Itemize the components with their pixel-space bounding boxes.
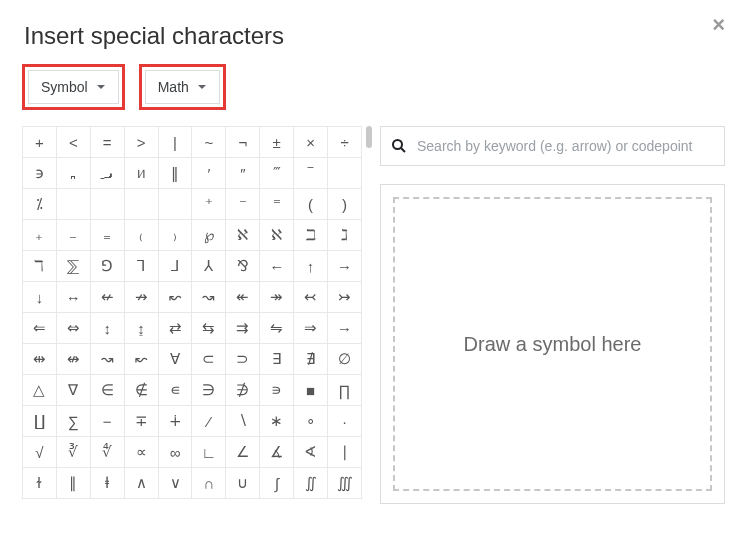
char-cell[interactable]: ∠ [226, 437, 260, 468]
char-cell[interactable]: ⱡ [90, 468, 124, 499]
char-cell[interactable]: ₎ [158, 220, 192, 251]
char-cell[interactable]: − [90, 406, 124, 437]
char-cell[interactable]: ∥ [56, 468, 90, 499]
char-cell[interactable]: ∬ [294, 468, 328, 499]
char-cell[interactable]: ℘ [192, 220, 226, 251]
char-cell[interactable]: ∪ [226, 468, 260, 499]
char-cell[interactable]: ∛ [56, 437, 90, 468]
char-cell[interactable]: ∊ [158, 375, 192, 406]
char-cell[interactable]: × [294, 127, 328, 158]
char-cell[interactable]: ℷ [328, 220, 362, 251]
char-cell[interactable]: ⁻ [226, 189, 260, 220]
char-cell[interactable]: ∣ [328, 437, 362, 468]
char-cell[interactable]: ⇹ [23, 344, 57, 375]
char-cell[interactable]: ∓ [124, 406, 158, 437]
char-cell[interactable]: ⅁ [90, 251, 124, 282]
char-cell[interactable]: ∏ [328, 375, 362, 406]
char-cell[interactable]: → [328, 313, 362, 344]
char-cell[interactable]: ↠ [260, 282, 294, 313]
char-cell[interactable]: ↑ [294, 251, 328, 282]
close-icon[interactable]: × [712, 12, 725, 38]
char-cell[interactable]: ‾ [294, 158, 328, 189]
char-cell[interactable]: ∌ [226, 375, 260, 406]
char-cell[interactable]: ∡ [260, 437, 294, 468]
char-cell[interactable] [124, 189, 158, 220]
char-cell[interactable]: ⇉ [226, 313, 260, 344]
char-cell[interactable]: ℸ [23, 251, 57, 282]
char-cell[interactable]: ↜ [158, 282, 192, 313]
char-cell[interactable]: ⇐ [23, 313, 57, 344]
char-cell[interactable]: ∕ [192, 406, 226, 437]
char-cell[interactable]: √ [23, 437, 57, 468]
char-cell[interactable]: ⅄ [192, 251, 226, 282]
char-cell[interactable]: ↚ [90, 282, 124, 313]
char-cell[interactable]: ∍ [260, 375, 294, 406]
char-cell[interactable]: ↓ [23, 282, 57, 313]
char-cell[interactable]: ∟ [192, 437, 226, 468]
char-cell[interactable]: ↮ [56, 344, 90, 375]
char-cell[interactable]: ↔ [56, 282, 90, 313]
char-cell[interactable]: ∀ [158, 344, 192, 375]
char-cell[interactable]: ) [328, 189, 362, 220]
char-cell[interactable]: ⇄ [158, 313, 192, 344]
char-cell[interactable]: ■ [294, 375, 328, 406]
char-cell[interactable]: ↞ [226, 282, 260, 313]
char-cell[interactable]: ∉ [124, 375, 158, 406]
char-cell[interactable]: < [56, 127, 90, 158]
char-cell[interactable]: | [158, 127, 192, 158]
char-cell[interactable]: ↣ [328, 282, 362, 313]
char-cell[interactable]: ′ [192, 158, 226, 189]
char-cell[interactable]: ‖ [158, 158, 192, 189]
char-cell[interactable]: ″ [226, 158, 260, 189]
char-cell[interactable]: ∜ [90, 437, 124, 468]
char-cell[interactable]: ₊ [23, 220, 57, 251]
char-cell[interactable]: ∄ [294, 344, 328, 375]
char-cell[interactable]: ∗ [260, 406, 294, 437]
category-dropdown[interactable]: Symbol [28, 70, 119, 104]
char-cell[interactable] [158, 189, 192, 220]
char-cell[interactable]: ∝ [124, 437, 158, 468]
char-cell[interactable]: ∫ [260, 468, 294, 499]
char-cell[interactable] [90, 189, 124, 220]
char-cell[interactable]: ⅋ [226, 251, 260, 282]
char-cell[interactable]: = [90, 127, 124, 158]
char-cell[interactable] [56, 189, 90, 220]
char-cell[interactable]: ↨ [124, 313, 158, 344]
char-cell[interactable]: ~ [192, 127, 226, 158]
char-cell[interactable]: ∨ [158, 468, 192, 499]
char-cell[interactable]: ∇ [56, 375, 90, 406]
char-cell[interactable]: ∃ [260, 344, 294, 375]
char-cell[interactable]: ÷ [328, 127, 362, 158]
char-cell[interactable]: ⅀ [56, 251, 90, 282]
char-cell[interactable]: ∈ [90, 375, 124, 406]
char-cell[interactable]: ∩ [192, 468, 226, 499]
char-cell[interactable]: ɫ [23, 468, 57, 499]
char-cell[interactable]: ∙ [328, 406, 362, 437]
char-cell[interactable]: ↢ [294, 282, 328, 313]
char-cell[interactable]: ∑ [56, 406, 90, 437]
char-cell[interactable]: ⅃ [158, 251, 192, 282]
char-cell[interactable]: ⊂ [192, 344, 226, 375]
char-cell[interactable]: ⊃ [226, 344, 260, 375]
char-cell[interactable]: ← [260, 251, 294, 282]
char-cell[interactable]: ℵ [260, 220, 294, 251]
char-cell[interactable]: ₍ [124, 220, 158, 251]
char-cell[interactable]: ⅂ [124, 251, 158, 282]
char-cell[interactable]: ⁒ [23, 189, 57, 220]
char-cell[interactable]: ↝ [90, 344, 124, 375]
char-cell[interactable]: ∭ [328, 468, 362, 499]
char-cell[interactable]: ⇒ [294, 313, 328, 344]
char-cell[interactable]: ᥢ [124, 158, 158, 189]
char-cell[interactable]: ∖ [226, 406, 260, 437]
subcategory-dropdown[interactable]: Math [145, 70, 220, 104]
scrollbar-thumb[interactable] [366, 126, 372, 148]
search-box[interactable] [380, 126, 725, 166]
char-cell[interactable]: ⇆ [192, 313, 226, 344]
char-cell[interactable]: ‴ [260, 158, 294, 189]
char-cell[interactable]: ⇔ [56, 313, 90, 344]
char-cell[interactable]: ↜ [124, 344, 158, 375]
char-cell[interactable]: ⁼ [260, 189, 294, 220]
char-cell[interactable]: ∘ [294, 406, 328, 437]
char-cell[interactable]: ∋ [192, 375, 226, 406]
char-cell[interactable]: > [124, 127, 158, 158]
